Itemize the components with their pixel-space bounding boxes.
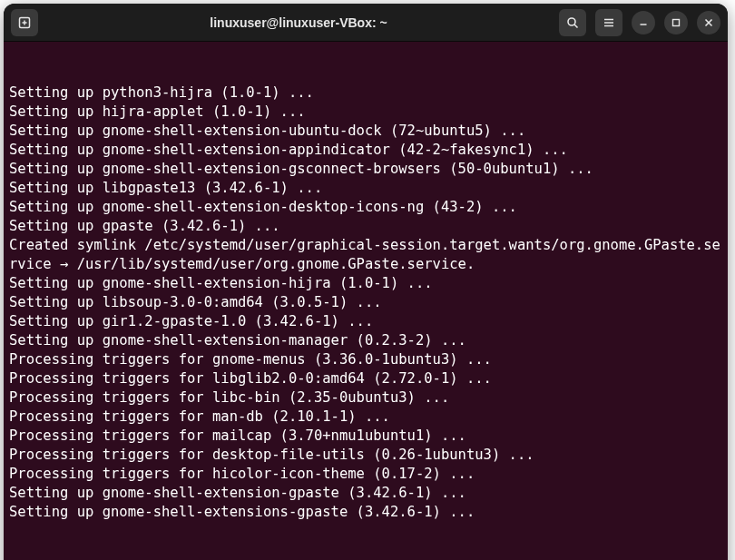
titlebar-right bbox=[559, 9, 720, 36]
output-line: Setting up gnome-shell-extensions-gpaste… bbox=[9, 503, 722, 522]
output-line: Setting up gnome-shell-extension-manager… bbox=[9, 331, 722, 350]
hamburger-menu-button[interactable] bbox=[595, 9, 622, 36]
output-line: Setting up gnome-shell-extension-gpaste … bbox=[9, 484, 722, 503]
hamburger-icon bbox=[602, 15, 616, 30]
close-button[interactable] bbox=[697, 11, 720, 34]
output-line: Processing triggers for libc-bin (2.35-0… bbox=[9, 388, 722, 408]
titlebar: linuxuser@linuxuser-VBox: ~ bbox=[4, 4, 728, 42]
terminal-window: linuxuser@linuxuser-VBox: ~ bbox=[4, 4, 728, 560]
output-line: Setting up gnome-shell-extension-ubuntu-… bbox=[9, 122, 722, 141]
svg-rect-9 bbox=[673, 19, 680, 25]
svg-point-3 bbox=[568, 18, 575, 25]
minimize-button[interactable] bbox=[632, 11, 655, 34]
output-line: Processing triggers for libglib2.0-0:amd… bbox=[9, 369, 722, 388]
search-icon bbox=[565, 15, 580, 30]
svg-line-4 bbox=[574, 25, 578, 28]
search-button[interactable] bbox=[559, 9, 586, 36]
output-line: Setting up hijra-applet (1.0-1) ... bbox=[9, 103, 722, 122]
terminal-output: Setting up python3-hijra (1.0-1) ...Sett… bbox=[9, 84, 722, 522]
output-line: Processing triggers for man-db (2.10.1-1… bbox=[9, 408, 722, 427]
output-line: Setting up libsoup-3.0-0:amd64 (3.0.5-1)… bbox=[9, 293, 722, 312]
titlebar-left bbox=[11, 9, 38, 36]
output-line: Setting up gnome-shell-extension-hijra (… bbox=[9, 274, 722, 293]
output-line: Setting up python3-hijra (1.0-1) ... bbox=[9, 84, 722, 103]
output-line: Setting up gir1.2-gpaste-1.0 (3.42.6-1) … bbox=[9, 312, 722, 331]
output-line: Setting up gpaste (3.42.6-1) ... bbox=[9, 217, 722, 236]
output-line: Processing triggers for hicolor-icon-the… bbox=[9, 465, 722, 484]
output-line: Processing triggers for mailcap (3.70+nm… bbox=[9, 427, 722, 446]
window-title: linuxuser@linuxuser-VBox: ~ bbox=[38, 15, 559, 30]
terminal-viewport[interactable]: Setting up python3-hijra (1.0-1) ...Sett… bbox=[4, 42, 728, 560]
new-tab-icon bbox=[17, 15, 32, 30]
minimize-icon bbox=[638, 17, 649, 28]
output-line: Setting up gnome-shell-extension-appindi… bbox=[9, 141, 722, 160]
output-line: Created symlink /etc/systemd/user/graphi… bbox=[9, 236, 722, 274]
output-line: Setting up libgpaste13 (3.42.6-1) ... bbox=[9, 179, 722, 198]
output-line: Setting up gnome-shell-extension-gsconne… bbox=[9, 160, 722, 179]
new-tab-button[interactable] bbox=[11, 9, 38, 36]
output-line: Processing triggers for desktop-file-uti… bbox=[9, 446, 722, 465]
maximize-icon bbox=[671, 17, 681, 28]
close-icon bbox=[703, 17, 714, 28]
output-line: Processing triggers for gnome-menus (3.3… bbox=[9, 350, 722, 369]
output-line: Setting up gnome-shell-extension-desktop… bbox=[9, 198, 722, 217]
maximize-button[interactable] bbox=[664, 11, 688, 34]
